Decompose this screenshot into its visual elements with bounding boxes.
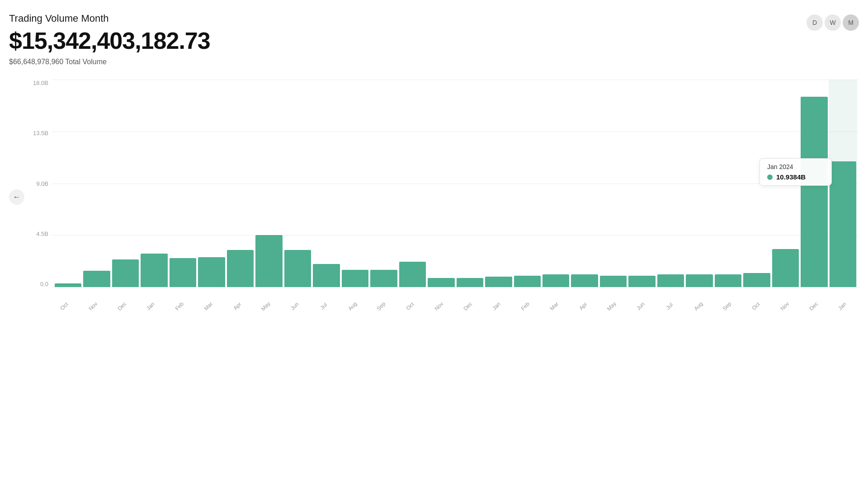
bar-group[interactable] — [570, 80, 599, 287]
bar — [485, 277, 512, 287]
bar — [227, 250, 254, 287]
chart-area: ← 18.0B 13.5B 9.0B 4.5B 0.0 — [9, 80, 859, 315]
bar — [686, 274, 712, 287]
bar-group[interactable] — [140, 80, 168, 287]
tooltip-dot — [767, 174, 773, 180]
bar — [743, 273, 770, 287]
y-axis: 18.0B 13.5B 9.0B 4.5B 0.0 — [27, 80, 52, 287]
y-label-18: 18.0B — [27, 80, 52, 86]
bar-group[interactable] — [283, 80, 312, 287]
bar — [514, 276, 541, 287]
bar-group[interactable] — [714, 80, 742, 287]
title-section: Trading Volume Month $15,342,403,182.73 … — [9, 13, 210, 66]
sub-value: $66,648,978,960 Total Volume — [9, 58, 210, 66]
bar — [715, 274, 741, 287]
bar — [284, 250, 311, 287]
bar-group[interactable] — [369, 80, 398, 287]
bars-container — [52, 80, 859, 287]
bar — [772, 249, 799, 287]
bar — [342, 270, 368, 287]
chart-wrapper: 18.0B 13.5B 9.0B 4.5B 0.0 — [27, 80, 859, 315]
period-month-button[interactable]: M — [843, 14, 859, 31]
back-icon: ← — [13, 193, 20, 201]
bar-group[interactable] — [111, 80, 140, 287]
bar-group[interactable] — [456, 80, 484, 287]
bar-group[interactable] — [82, 80, 111, 287]
bar-group[interactable] — [829, 80, 857, 287]
bar-group[interactable] — [656, 80, 685, 287]
main-value: $15,342,403,182.73 — [9, 27, 210, 54]
bar — [428, 278, 454, 287]
bar — [399, 262, 426, 287]
period-buttons: D W M — [807, 14, 859, 31]
period-day-button[interactable]: D — [807, 14, 823, 31]
tooltip-box: Jan 2024 10.9384B — [760, 158, 832, 186]
period-week-button[interactable]: W — [825, 14, 841, 31]
back-button[interactable]: ← — [9, 189, 24, 205]
bar — [141, 254, 167, 287]
y-label-4: 4.5B — [27, 231, 52, 237]
tooltip-value-row: 10.9384B — [767, 173, 824, 181]
bar — [313, 264, 340, 287]
bar — [571, 274, 598, 287]
bar — [542, 274, 569, 287]
bar-group[interactable] — [627, 80, 656, 287]
bar — [170, 258, 196, 287]
bar-group[interactable] — [226, 80, 255, 287]
bar — [457, 278, 483, 287]
bar-group[interactable] — [54, 80, 82, 287]
bar-group[interactable] — [599, 80, 627, 287]
y-label-0: 0.0 — [27, 281, 52, 287]
bar — [370, 270, 397, 287]
bar — [801, 97, 827, 287]
page-container: Trading Volume Month $15,342,403,182.73 … — [0, 0, 868, 499]
bar-group[interactable] — [685, 80, 713, 287]
bar-group[interactable] — [398, 80, 427, 287]
bar — [657, 274, 684, 287]
tooltip-date: Jan 2024 — [767, 163, 824, 170]
y-label-13: 13.5B — [27, 130, 52, 137]
bar-group[interactable] — [255, 80, 283, 287]
chart-inner: Jan 2024 10.9384B — [52, 80, 859, 287]
header-row: Trading Volume Month $15,342,403,182.73 … — [9, 13, 859, 66]
bar — [830, 161, 856, 287]
bar-group[interactable] — [427, 80, 455, 287]
bar — [112, 259, 139, 287]
bar-group[interactable] — [169, 80, 197, 287]
y-label-9: 9.0B — [27, 180, 52, 187]
tooltip-value: 10.9384B — [776, 173, 806, 181]
bar — [600, 276, 627, 287]
bar — [255, 235, 282, 287]
bar-group[interactable] — [312, 80, 340, 287]
bar-group[interactable] — [197, 80, 226, 287]
chart-title: Trading Volume Month — [9, 13, 210, 24]
bar-group[interactable] — [341, 80, 369, 287]
bar — [628, 276, 655, 287]
bar-group[interactable] — [513, 80, 542, 287]
bar-group[interactable] — [484, 80, 513, 287]
x-axis: OctNovDecJanFebMarAprMayJunJulAugSepOctN… — [52, 288, 859, 315]
bar — [83, 271, 110, 287]
bar — [198, 257, 225, 287]
x-label: Jan — [820, 283, 856, 320]
bar-group[interactable] — [542, 80, 570, 287]
